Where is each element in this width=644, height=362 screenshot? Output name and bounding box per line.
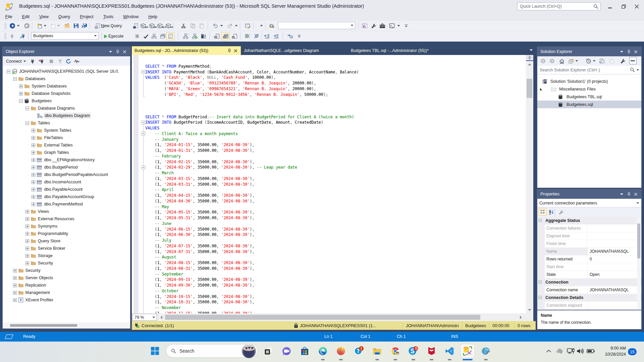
- property-connection-name[interactable]: Connection nameJOHANNATHAN\SQL: [537, 286, 641, 294]
- taskbar-firefox[interactable]: [334, 344, 347, 358]
- menu-file[interactable]: File: [0, 13, 17, 20]
- tree-item-synonyms[interactable]: Synonyms: [3, 223, 130, 230]
- close-icon[interactable]: [121, 48, 128, 55]
- tab-list-chevron-icon[interactable]: [529, 49, 533, 51]
- tray-chevron-up[interactable]: [544, 344, 554, 358]
- expand-icon[interactable]: [13, 298, 17, 302]
- change-connection-button[interactable]: [18, 32, 26, 40]
- home-button[interactable]: [558, 57, 566, 65]
- tray-onedrive[interactable]: [554, 344, 565, 358]
- estimated-plan-button[interactable]: [150, 32, 158, 40]
- tree-item-johannathan-sqlexpress01-sql-server-16-0[interactable]: JOHANNATHAN\SQLEXPRESS01 (SQL Server 16.…: [3, 68, 130, 75]
- properties-object-combo[interactable]: Current connection parameters: [537, 199, 641, 207]
- taskbar-chrome[interactable]: [388, 344, 402, 358]
- expand-icon[interactable]: [32, 173, 35, 177]
- taskbar-help[interactable]: ?: [352, 344, 366, 358]
- nav-back-button[interactable]: [8, 22, 16, 30]
- taskbar-vscode[interactable]: [443, 344, 456, 358]
- expand-icon[interactable]: [32, 166, 35, 169]
- connect-button[interactable]: Connect: [5, 57, 27, 65]
- tree-item-query-store[interactable]: Query Store: [3, 237, 130, 245]
- execute-play-button[interactable]: Execute: [103, 32, 126, 40]
- tray-network[interactable]: [566, 344, 576, 358]
- expand-icon[interactable]: [19, 92, 23, 96]
- tree-item-system-databases[interactable]: System Databases: [3, 82, 130, 90]
- search-highlight-image[interactable]: [241, 344, 256, 358]
- toolbox-button[interactable]: [378, 22, 386, 30]
- collapse-icon[interactable]: [19, 99, 23, 103]
- close-icon[interactable]: [632, 48, 639, 55]
- solution-item-miscellaneous-files[interactable]: Miscellaneous Files: [537, 85, 641, 93]
- tree-item-server-objects[interactable]: Server Objects: [3, 274, 130, 282]
- property-elapsed-time[interactable]: Elapsed time: [537, 232, 641, 240]
- taskbar-explorer[interactable]: [370, 344, 384, 358]
- preview-copy-button[interactable]: [608, 57, 615, 65]
- expand-icon[interactable]: [32, 188, 35, 191]
- property-rows-returned[interactable]: Rows returned0: [537, 255, 641, 263]
- connect-plug-button[interactable]: [8, 32, 16, 40]
- expand-icon[interactable]: [32, 158, 35, 162]
- tree-item-dbo-budgetperiodpayableaccount[interactable]: dbo.BudgetPeriodPayableAccount: [3, 171, 130, 178]
- expand-icon[interactable]: [32, 129, 35, 132]
- cube-button[interactable]: MDX: [139, 22, 149, 30]
- taskbar-ssms[interactable]: [461, 344, 474, 358]
- expand-icon[interactable]: [25, 225, 29, 228]
- sql-object-explorer-button[interactable]: [361, 22, 369, 30]
- quick-launch-input[interactable]: Quick Launch (Ctrl+Q): [517, 2, 601, 10]
- dropdown-caret-icon[interactable]: [592, 57, 596, 65]
- expand-icon[interactable]: [25, 261, 29, 265]
- refresh-button[interactable]: [64, 57, 72, 65]
- close-icon[interactable]: [234, 49, 237, 53]
- client-stats-button[interactable]: [199, 32, 207, 40]
- expand-icon[interactable]: [13, 269, 17, 273]
- tree-item-management[interactable]: Management: [3, 289, 130, 296]
- property-start-time[interactable]: Start time: [537, 263, 641, 271]
- dropdown-caret-icon[interactable]: [220, 22, 223, 30]
- expand-icon[interactable]: [13, 276, 17, 280]
- expand-icon[interactable]: [32, 180, 35, 184]
- property-connection-failures[interactable]: Connection failures: [537, 225, 641, 232]
- toolbar-grip[interactable]: [4, 22, 6, 29]
- taskbar-paint[interactable]: [479, 344, 492, 358]
- fold-collapse-icon[interactable]: [142, 70, 145, 74]
- expand-icon[interactable]: [25, 247, 29, 250]
- tree-item-dbo-payableaccount[interactable]: dbo.PayableAccount: [3, 186, 130, 193]
- tab-budgetees-tbl[interactable]: Budgetees TBL.sql -...Administrator (55)…: [351, 46, 429, 55]
- fold-collapse-icon[interactable]: [142, 132, 145, 135]
- expand-icon[interactable]: [25, 217, 29, 221]
- nav-forward-button[interactable]: [23, 22, 31, 30]
- command-window-button[interactable]: [388, 22, 396, 30]
- tray-volume[interactable]: [575, 344, 585, 358]
- tab-budgetees-sql[interactable]: Budgetees.sql - JO...Administrator (53)): [132, 46, 241, 55]
- expand-icon[interactable]: [32, 143, 35, 147]
- menu-view[interactable]: View: [34, 13, 53, 20]
- solution-item-budgetees-sql[interactable]: Budgetees.sql: [537, 101, 641, 108]
- intellisense-button[interactable]: [166, 32, 174, 40]
- window-position-icon[interactable]: [107, 48, 114, 55]
- database-combobox[interactable]: Budgetees: [31, 32, 99, 40]
- live-stats-button[interactable]: [191, 32, 199, 40]
- close-button[interactable]: [629, 0, 644, 13]
- menu-edit[interactable]: Edit: [17, 13, 34, 20]
- actual-plan-button[interactable]: [181, 32, 190, 40]
- pin-icon[interactable]: [625, 191, 632, 197]
- pending-changes-button[interactable]: [585, 57, 592, 65]
- hscrollbar-thumb[interactable]: [165, 315, 480, 320]
- property-name[interactable]: NameJOHANNATHAN\SQL: [537, 248, 641, 255]
- window-position-icon[interactable]: [618, 48, 625, 55]
- vscrollbar-thumb[interactable]: [637, 224, 640, 258]
- save-all-button[interactable]: [80, 22, 88, 30]
- menu-project[interactable]: Project: [75, 13, 98, 20]
- solution-item-solution-solution1-0-projects[interactable]: Solution 'Solution1' (0 projects): [537, 77, 641, 85]
- cancel-query-button[interactable]: [133, 32, 141, 40]
- collapse-icon[interactable]: [13, 77, 17, 81]
- hscrollbar-thumb[interactable]: [10, 324, 77, 327]
- scroll-up-icon[interactable]: [528, 63, 531, 65]
- property-state[interactable]: StateOpen: [537, 271, 641, 279]
- code-editor[interactable]: SELECT * FROM PaymentMethod;INSERT INTO …: [132, 55, 526, 313]
- expand-icon[interactable]: [32, 136, 35, 140]
- decrease-indent-button[interactable]: [263, 32, 271, 40]
- filter-button[interactable]: [56, 57, 64, 65]
- add-item-button[interactable]: [49, 22, 57, 30]
- activity-monitor-button[interactable]: [73, 57, 81, 65]
